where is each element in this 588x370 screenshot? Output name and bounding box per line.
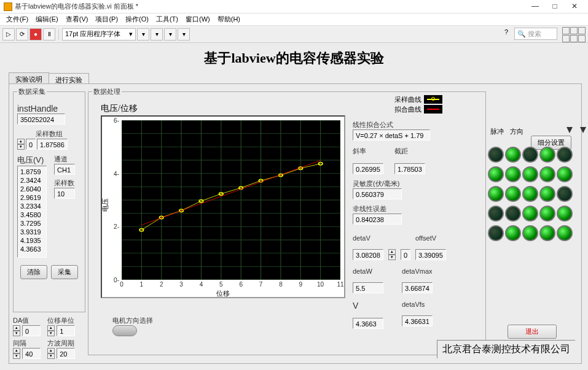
array-index-spinner[interactable]: ▴▾ xyxy=(17,139,25,150)
menu-bar: 文件(F) 编辑(E) 查看(V) 项目(P) 操作(O) 工具(T) 窗口(W… xyxy=(0,13,588,26)
abort-button[interactable]: ● xyxy=(29,28,42,40)
x-axis-label: 位移 xyxy=(216,289,230,298)
menu-tools[interactable]: 工具(T) xyxy=(152,15,182,24)
plot-frame[interactable]: 电压 0-2-4-6- 01234567891011 位移 xyxy=(101,115,345,298)
chart-title: 电压/位移 xyxy=(101,103,345,114)
unit-label: 位移单位 xyxy=(47,316,75,325)
maximize-button[interactable]: □ xyxy=(545,1,565,13)
offsetv-value: 3.39095 xyxy=(415,249,446,260)
offset-index[interactable]: 0 xyxy=(401,249,410,260)
insthandle-label: instHandle xyxy=(17,104,81,114)
detavmax-value: 3.66874 xyxy=(402,282,433,293)
menu-window[interactable]: 窗口(W) xyxy=(182,15,214,24)
page-title: 基于labview的电容传感器实验 xyxy=(0,43,588,71)
nonlinearity-value: 0.840238 xyxy=(353,214,402,225)
legend-sample-label: 采样曲线 xyxy=(394,95,421,104)
led-indicator xyxy=(505,186,521,202)
formula-label: 线性拟合公式 xyxy=(353,120,482,129)
insthandle-value[interactable]: 350252024 xyxy=(17,114,65,125)
v-value: 4.3663 xyxy=(353,318,383,329)
reorder-button[interactable]: ▾ xyxy=(178,28,190,40)
array-index[interactable]: 0 xyxy=(26,139,36,150)
led-indicator xyxy=(557,225,573,241)
menu-edit[interactable]: 编辑(E) xyxy=(32,15,62,24)
period-label: 方波周期 xyxy=(47,339,75,348)
unit-spinner[interactable]: ▴▾ xyxy=(47,325,55,336)
plot-legend: 采样曲线 拟合曲线 xyxy=(394,94,442,114)
led-indicator xyxy=(488,225,504,241)
pause-button[interactable]: Ⅱ xyxy=(43,28,55,40)
led-indicator xyxy=(505,166,521,182)
led-indicator xyxy=(522,225,538,241)
intercept-label: 截距 xyxy=(394,147,425,156)
led-indicator xyxy=(488,147,504,163)
gap-value[interactable]: 40 xyxy=(22,348,41,359)
unit-value[interactable]: 1 xyxy=(57,325,75,336)
led-indicator xyxy=(488,206,504,222)
detavfs-label: detaVfs xyxy=(402,301,433,308)
run-cont-button[interactable]: ⟳ xyxy=(16,28,28,40)
menu-project[interactable]: 项目(P) xyxy=(92,15,122,24)
y-axis: 0-2-4-6- xyxy=(112,120,120,280)
led-indicator xyxy=(557,206,573,222)
sample-array-label: 采样数组 xyxy=(17,129,81,139)
slope-label: 斜率 xyxy=(353,147,383,156)
direction-label: 方向 xyxy=(510,127,523,145)
menu-help[interactable]: 帮助(H) xyxy=(214,15,244,24)
samples-value[interactable]: 10 xyxy=(54,188,75,199)
led-indicator xyxy=(488,166,504,182)
font-label: 17pt 应用程序字体 xyxy=(65,29,120,39)
menu-operate[interactable]: 操作(O) xyxy=(122,15,152,24)
clear-button[interactable]: 清除 xyxy=(20,265,47,279)
channel-label: 通道 xyxy=(54,155,80,164)
align-button[interactable]: ▾ xyxy=(137,28,149,40)
gap-spinner[interactable]: ▴▾ xyxy=(13,348,20,359)
led-indicator xyxy=(522,186,538,202)
search-input[interactable]: 🔍搜索 xyxy=(514,28,557,40)
acquire-button[interactable]: 采集 xyxy=(51,265,78,279)
menu-view[interactable]: 查看(V) xyxy=(62,15,92,24)
led-indicator xyxy=(539,147,555,163)
legend-fit-label: 拟合曲线 xyxy=(394,105,421,114)
title-bar: 基于labview的电容传感器实验.vi 前面板 * — □ ✕ xyxy=(0,0,588,13)
connector-pane[interactable] xyxy=(562,27,586,42)
da-value[interactable]: 0 xyxy=(22,325,41,336)
detav-label: detaV xyxy=(353,234,383,242)
v-label: V xyxy=(353,301,383,310)
menu-file[interactable]: 文件(F) xyxy=(2,15,32,24)
minimize-button[interactable]: — xyxy=(525,1,545,13)
group-acq-label: 数据采集 xyxy=(17,87,47,96)
pulse-label: 脉冲 xyxy=(490,127,504,145)
exit-label: 退出 xyxy=(525,328,539,335)
group-proc-label: 数据处理 xyxy=(92,87,122,96)
led-indicator xyxy=(522,206,538,222)
detav-value: 3.08208 xyxy=(353,249,383,260)
exit-button[interactable]: 退出 xyxy=(508,325,557,339)
offset-spinner[interactable]: ▴▾ xyxy=(388,249,396,260)
help-icon[interactable]: ? xyxy=(504,28,508,36)
group-acquisition: 数据采集 instHandle 350252024 采样数组 ▴▾ 0 1.87… xyxy=(13,91,85,312)
font-selector[interactable]: 17pt 应用程序字体▾ xyxy=(62,28,136,40)
y-axis-label: 电压 xyxy=(101,198,110,212)
led-indicator xyxy=(522,147,538,163)
da-spinner[interactable]: ▴▾ xyxy=(13,325,20,336)
period-spinner[interactable]: ▴▾ xyxy=(47,348,55,359)
run-button[interactable]: ▷ xyxy=(2,28,15,40)
period-value[interactable]: 20 xyxy=(57,348,75,359)
resize-button[interactable]: ▾ xyxy=(164,28,176,40)
front-panel: 基于labview的电容传感器实验 实验说明 进行实验 数据采集 instHan… xyxy=(0,43,588,370)
offsetv-label: offsetV xyxy=(415,234,446,242)
led-indicator xyxy=(539,186,555,202)
da-label: DA值 xyxy=(13,316,41,325)
array-value[interactable]: 1.87586 xyxy=(37,139,68,150)
led-indicator xyxy=(522,166,538,182)
close-button[interactable]: ✕ xyxy=(565,1,584,13)
led-indicator xyxy=(539,166,555,182)
channel-value[interactable]: CH1 xyxy=(54,164,75,175)
sensitivity-value: 0.560379 xyxy=(353,188,402,199)
distribute-button[interactable]: ▾ xyxy=(151,28,163,40)
voltage-list[interactable]: 1.8759 2.3424 2.6040 2.9619 3.2334 3.458… xyxy=(17,166,47,258)
samples-label: 采样数 xyxy=(54,179,80,188)
detavfs-value: 4.36631 xyxy=(402,315,433,326)
window-title: 基于labview的电容传感器实验.vi 前面板 * xyxy=(15,2,525,11)
